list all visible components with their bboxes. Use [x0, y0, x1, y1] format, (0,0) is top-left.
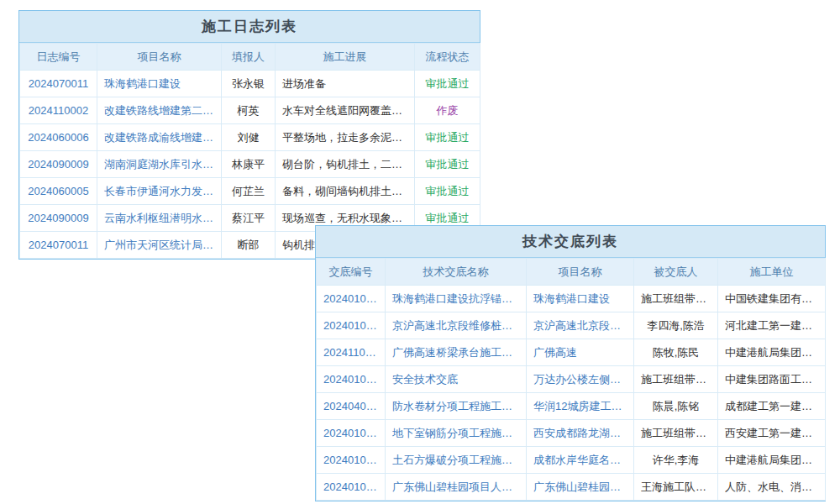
log-id-cell[interactable]: 2024060005	[20, 178, 97, 205]
tech-disclosure-table: 交底编号 技术交底名称 项目名称 被交底人 施工单位 2024010003珠海鹤…	[316, 258, 826, 501]
disclosure-id-cell[interactable]: 2024010001	[317, 474, 386, 501]
log-id-cell[interactable]: 2024070011	[20, 71, 97, 97]
disclosure-name-cell[interactable]: 广东佛山碧桂园项目人防…	[386, 474, 527, 501]
log-progress-cell: 备料，砌间墙钩机排土，瓦…	[276, 178, 415, 205]
log-project-cell[interactable]: 湖南洞庭湖水库引水工程…	[97, 151, 222, 178]
log-status-cell: 审批通过	[415, 124, 480, 151]
log-status-cell: 作废	[415, 97, 480, 124]
disclosure-receiver-cell: 施工班组带班…	[634, 366, 718, 393]
log-id-cell[interactable]: 2024070011	[20, 232, 97, 259]
tech-disclosure-panel: 技术交底列表 交底编号 技术交底名称 项目名称 被交底人 施工单位 202401…	[315, 225, 826, 501]
table-row: 2024010003安全技术交底万达办公楼左侧…施工班组带班…中建集团路面工程有…	[317, 366, 826, 393]
disclosure-col-unit: 施工单位	[718, 259, 826, 286]
table-row: 2024040001防水卷材分项工程施工技…华润12城房建工程…陈晨,陈铭成都建…	[317, 393, 826, 420]
disclosure-unit-cell: 河北建工第一建筑有…	[718, 312, 826, 339]
log-status-cell: 审批通过	[415, 178, 480, 205]
log-reporter-cell: 张永银	[222, 71, 276, 97]
disclosure-receiver-cell: 王海施工队全队	[634, 474, 718, 501]
log-header-row: 日志编号 项目名称 填报人 施工进展 流程状态	[20, 44, 480, 71]
log-col-reporter: 填报人	[222, 44, 276, 71]
disclosure-project-cell[interactable]: 西安成都路龙湖上…	[527, 420, 634, 447]
log-col-project: 项目名称	[97, 44, 222, 71]
disclosure-name-cell[interactable]: 广佛高速桥梁承台施工技…	[386, 339, 527, 366]
construction-log-panel: 施工日志列表 日志编号 项目名称 填报人 施工进展 流程状态 202407001…	[18, 10, 480, 260]
log-reporter-cell: 蔡江平	[222, 205, 276, 232]
disclosure-receiver-cell: 陈晨,陈铭	[634, 393, 718, 420]
table-row: 2024060006改建铁路成渝线增建第二…刘健平整场地，拉走多余泥土15…审批…	[20, 124, 480, 151]
table-row: 2024010002土石方爆破分项工程施工…成都水岸华庭名苑…许华,李海中建港航…	[317, 447, 826, 474]
log-reporter-cell: 柯英	[222, 97, 276, 124]
disclosure-name-cell[interactable]: 京沪高速北京段维修桩幅…	[386, 312, 527, 339]
disclosure-col-project: 项目名称	[527, 259, 634, 286]
table-row: 2024060005长春市伊通河水力发电厂…何芷兰备料，砌间墙钩机排土，瓦…审批…	[20, 178, 480, 205]
disclosure-name-cell[interactable]: 土石方爆破分项工程施工…	[386, 447, 527, 474]
disclosure-unit-cell: 中国铁建集团有限公司	[718, 286, 826, 312]
disclosure-id-cell[interactable]: 2024010003	[317, 366, 386, 393]
table-row: 2024010004京沪高速北京段维修桩幅…京沪高速北京段维修李四海,陈浩河北建…	[317, 312, 826, 339]
table-row: 2024010003珠海鹤港口建设抗浮锚杆…珠海鹤港口建设施工班组带班…中国铁建…	[317, 286, 826, 312]
disclosure-unit-cell: 西安建工第一建筑有…	[718, 420, 826, 447]
log-progress-cell: 平整场地，拉走多余泥土15…	[276, 124, 415, 151]
disclosure-unit-cell: 成都建工第一建筑有…	[718, 393, 826, 420]
disclosure-project-cell[interactable]: 京沪高速北京段维修	[527, 312, 634, 339]
log-project-cell[interactable]: 广州市天河区统计局机房…	[97, 232, 222, 259]
disclosure-project-cell[interactable]: 广佛高速	[527, 339, 634, 366]
table-row: 2024070011珠海鹤港口建设张永银进场准备审批通过	[20, 71, 480, 97]
disclosure-unit-cell: 中建港航局集团有限…	[718, 339, 826, 366]
disclosure-unit-cell: 中建集团路面工程有…	[718, 366, 826, 393]
disclosure-id-cell[interactable]: 2024010004	[317, 312, 386, 339]
disclosure-name-cell[interactable]: 安全技术交底	[386, 366, 527, 393]
disclosure-project-cell[interactable]: 成都水岸华庭名苑…	[527, 447, 634, 474]
disclosure-id-cell[interactable]: 2024010002	[317, 447, 386, 474]
log-progress-cell: 砌台阶，钩机排土，二包砌…	[276, 151, 415, 178]
disclosure-receiver-cell: 施工班组带班…	[634, 420, 718, 447]
log-id-cell[interactable]: 2024060006	[20, 124, 97, 151]
table-row: 2024110001广佛高速桥梁承台施工技…广佛高速陈牧,陈民中建港航局集团有限…	[317, 339, 826, 366]
log-col-id: 日志编号	[20, 44, 97, 71]
log-id-cell[interactable]: 2024090009	[20, 151, 97, 178]
log-project-cell[interactable]: 云南水利枢纽潜明水库一…	[97, 205, 222, 232]
disclosure-receiver-cell: 施工班组带班…	[634, 286, 718, 312]
disclosure-name-cell[interactable]: 珠海鹤港口建设抗浮锚杆…	[386, 286, 527, 312]
table-row: 2024010001广东佛山碧桂园项目人防…广东佛山碧桂园项目王海施工队全队人防…	[317, 474, 826, 501]
log-progress-cell: 进场准备	[276, 71, 415, 97]
log-id-cell[interactable]: 2024110002	[20, 97, 97, 124]
log-status-cell: 审批通过	[415, 71, 480, 97]
disclosure-header-row: 交底编号 技术交底名称 项目名称 被交底人 施工单位	[317, 259, 826, 286]
disclosure-receiver-cell: 李四海,陈浩	[634, 312, 718, 339]
disclosure-id-cell[interactable]: 2024110001	[317, 339, 386, 366]
log-project-cell[interactable]: 改建铁路成渝线增建第二…	[97, 124, 222, 151]
log-reporter-cell: 林康平	[222, 151, 276, 178]
construction-log-title: 施工日志列表	[19, 11, 480, 43]
log-col-progress: 施工进展	[276, 44, 415, 71]
tech-disclosure-title: 技术交底列表	[316, 226, 825, 258]
disclosure-col-name: 技术交底名称	[386, 259, 527, 286]
disclosure-id-cell[interactable]: 2024010003	[317, 286, 386, 312]
disclosure-id-cell[interactable]: 2024010002	[317, 420, 386, 447]
log-project-cell[interactable]: 珠海鹤港口建设	[97, 71, 222, 97]
log-reporter-cell: 刘健	[222, 124, 276, 151]
disclosure-col-id: 交底编号	[317, 259, 386, 286]
disclosure-project-cell[interactable]: 广东佛山碧桂园项目	[527, 474, 634, 501]
disclosure-project-cell[interactable]: 华润12城房建工程…	[527, 393, 634, 420]
disclosure-col-receiver: 被交底人	[634, 259, 718, 286]
log-status-cell: 审批通过	[415, 151, 480, 178]
table-row: 2024090009湖南洞庭湖水库引水工程…林康平砌台阶，钩机排土，二包砌…审批…	[20, 151, 480, 178]
table-row: 2024010002地下室钢筋分项工程施工…西安成都路龙湖上…施工班组带班…西安…	[317, 420, 826, 447]
log-id-cell[interactable]: 2024090009	[20, 205, 97, 232]
table-row: 2024110002改建铁路线增建第二线直…柯英水车对全线遮阳网覆盖点进…作废	[20, 97, 480, 124]
log-reporter-cell: 何芷兰	[222, 178, 276, 205]
disclosure-receiver-cell: 陈牧,陈民	[634, 339, 718, 366]
disclosure-name-cell[interactable]: 地下室钢筋分项工程施工…	[386, 420, 527, 447]
log-project-cell[interactable]: 改建铁路线增建第二线直…	[97, 97, 222, 124]
disclosure-unit-cell: 人防、水电、消防暖通	[718, 474, 826, 501]
disclosure-project-cell[interactable]: 珠海鹤港口建设	[527, 286, 634, 312]
disclosure-project-cell[interactable]: 万达办公楼左侧…	[527, 366, 634, 393]
disclosure-unit-cell: 中建港航局集团有限…	[718, 447, 826, 474]
log-col-status: 流程状态	[415, 44, 480, 71]
disclosure-name-cell[interactable]: 防水卷材分项工程施工技…	[386, 393, 527, 420]
disclosure-receiver-cell: 许华,李海	[634, 447, 718, 474]
log-project-cell[interactable]: 长春市伊通河水力发电厂…	[97, 178, 222, 205]
disclosure-id-cell[interactable]: 2024040001	[317, 393, 386, 420]
log-progress-cell: 水车对全线遮阳网覆盖点进…	[276, 97, 415, 124]
